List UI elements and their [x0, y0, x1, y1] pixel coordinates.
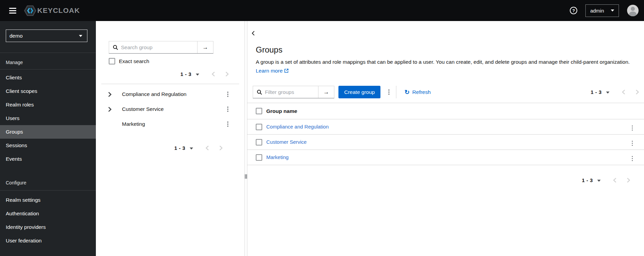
external-link-icon — [284, 68, 289, 73]
angle-right-icon — [636, 90, 639, 95]
group-name[interactable]: Customer Service — [122, 106, 164, 112]
avatar-icon — [631, 7, 635, 11]
pagination-range: 1 - 3 — [582, 177, 593, 183]
brand-text: KEYCLOAK — [37, 6, 80, 15]
pagination-range: 1 - 3 — [174, 145, 185, 151]
row-checkbox[interactable] — [256, 124, 262, 130]
row-kebab-menu-button[interactable] — [630, 139, 635, 147]
caret-down-icon — [597, 180, 601, 182]
expand-toggle[interactable] — [108, 92, 116, 97]
kebab-menu-button[interactable] — [225, 120, 231, 128]
panel-resizer[interactable] — [245, 21, 247, 256]
exact-search-label: Exact search — [119, 58, 149, 64]
sidebar-nav-manage: Clients Client scopes Realm roles Users … — [0, 70, 96, 166]
realm-selector[interactable]: demo — [6, 29, 87, 42]
filter-groups-input-group: → — [253, 86, 334, 98]
table-pagination-top: 1 - 3 — [590, 86, 639, 98]
create-group-button[interactable]: Create group — [338, 86, 380, 98]
pagination-menu-toggle[interactable] — [597, 177, 601, 183]
kebab-icon — [388, 90, 390, 91]
tree-pagination-bottom: 1 - 3 — [96, 142, 245, 154]
groups-table: Group name Compliance and Regulation Cus… — [247, 103, 644, 165]
expand-toggle[interactable] — [108, 107, 116, 112]
collapse-panel-button[interactable] — [251, 31, 258, 36]
sidebar-item-groups[interactable]: Groups — [0, 125, 96, 139]
pagination-menu-toggle[interactable] — [605, 89, 610, 95]
learn-more-link[interactable]: Learn more — [256, 68, 289, 74]
pagination-menu-toggle[interactable] — [189, 145, 194, 151]
groups-toolbar: → Create group ↻ Refresh 1 - 3 — [247, 86, 644, 98]
group-link[interactable]: Compliance and Regulation — [266, 124, 329, 130]
next-page-button[interactable] — [219, 145, 223, 151]
page-title: Groups — [256, 45, 636, 55]
keycloak-logo[interactable]: KEYCLOAK — [24, 5, 80, 16]
search-group-submit-button[interactable]: → — [197, 41, 213, 53]
row-checkbox[interactable] — [256, 139, 262, 145]
angle-right-icon — [219, 145, 223, 151]
hamburger-icon — [9, 8, 16, 9]
filter-groups-submit-button[interactable]: → — [318, 86, 334, 98]
groups-main-panel: Groups A group is a set of attributes an… — [247, 21, 644, 256]
pagination-menu-toggle[interactable] — [195, 71, 200, 77]
next-page-button[interactable] — [636, 90, 639, 95]
sidebar-item-authentication[interactable]: Authentication — [0, 207, 96, 220]
angle-left-icon — [622, 90, 625, 95]
hamburger-menu-button[interactable] — [8, 6, 17, 15]
sidebar-item-realm-settings[interactable]: Realm settings — [0, 193, 96, 207]
next-page-button[interactable] — [225, 72, 229, 77]
row-checkbox[interactable] — [256, 154, 262, 161]
keycloak-logo-icon — [24, 5, 37, 16]
realm-name: demo — [9, 33, 23, 39]
table-row: Customer Service — [247, 135, 644, 150]
sidebar-item-realm-roles[interactable]: Realm roles — [0, 98, 96, 112]
masthead-right: ? admin — [570, 4, 639, 17]
row-kebab-menu-button[interactable] — [630, 155, 635, 163]
sidebar-item-identity-providers[interactable]: Identity providers — [0, 220, 96, 234]
help-icon[interactable]: ? — [570, 7, 577, 14]
previous-page-button[interactable] — [622, 90, 625, 95]
previous-page-button[interactable] — [613, 178, 617, 183]
group-name[interactable]: Marketing — [122, 121, 145, 127]
toolbar-kebab-menu-button[interactable] — [386, 88, 392, 96]
kebab-menu-button[interactable] — [225, 90, 231, 98]
exact-search-option: Exact search — [109, 58, 245, 64]
filter-groups-input[interactable] — [262, 89, 318, 95]
group-link[interactable]: Customer Service — [266, 139, 307, 145]
chevron-down-icon — [79, 35, 82, 37]
masthead: KEYCLOAK ? admin — [0, 0, 644, 21]
toolbar-divider — [396, 86, 396, 98]
refresh-button[interactable]: ↻ Refresh — [404, 89, 431, 95]
tree-item: Marketing — [96, 117, 245, 132]
sidebar-item-users[interactable]: Users — [0, 112, 96, 125]
user-name: admin — [590, 8, 604, 14]
search-icon — [253, 90, 262, 95]
sidebar-item-clients[interactable]: Clients — [0, 71, 96, 84]
sidebar-item-sessions[interactable]: Sessions — [0, 139, 96, 152]
user-menu-dropdown[interactable]: admin — [585, 4, 619, 17]
arrow-right-icon: → — [203, 44, 208, 51]
select-all-checkbox[interactable] — [256, 108, 262, 114]
sidebar: demo Manage Clients Client scopes Realm … — [0, 21, 96, 256]
sidebar-section-configure: Configure — [0, 166, 96, 191]
sidebar-item-events[interactable]: Events — [0, 152, 96, 166]
search-group-input[interactable] — [118, 44, 197, 51]
sidebar-item-user-federation[interactable]: User federation — [0, 234, 96, 248]
group-link[interactable]: Marketing — [266, 154, 289, 160]
angle-right-icon — [225, 72, 229, 77]
angle-left-icon — [211, 72, 215, 77]
previous-page-button[interactable] — [211, 72, 215, 77]
row-kebab-menu-button[interactable] — [630, 124, 635, 132]
table-header-row: Group name — [247, 103, 644, 119]
exact-search-checkbox[interactable] — [109, 58, 115, 64]
sidebar-item-client-scopes[interactable]: Client scopes — [0, 84, 96, 98]
pagination-range: 1 - 3 — [180, 71, 191, 77]
previous-page-button[interactable] — [205, 145, 209, 151]
group-search-input-group: → — [109, 41, 213, 54]
table-row: Compliance and Regulation — [247, 119, 644, 135]
chevron-down-icon — [611, 9, 614, 12]
avatar[interactable] — [627, 5, 639, 16]
group-name[interactable]: Compliance and Regulation — [122, 91, 186, 97]
kebab-menu-button[interactable] — [225, 105, 231, 113]
tree-item: Customer Service — [96, 102, 245, 117]
next-page-button[interactable] — [627, 178, 630, 183]
